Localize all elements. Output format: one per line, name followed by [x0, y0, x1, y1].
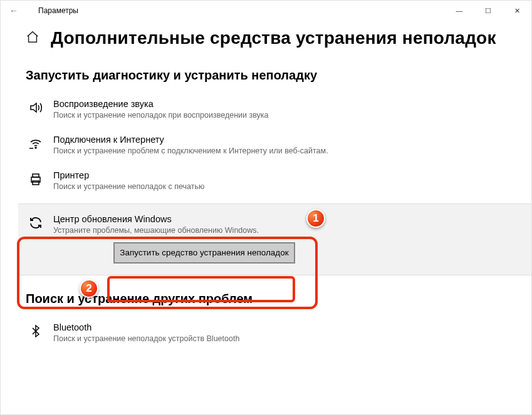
troubleshoot-item-audio[interactable]: Воспроизведение звука Поиск и устранение… — [26, 96, 506, 132]
bluetooth-icon — [26, 322, 46, 339]
item-desc: Поиск и устранение неполадок устройств B… — [53, 334, 239, 344]
item-desc: Поиск и устранение неполадок при воспрои… — [53, 110, 269, 121]
item-desc: Поиск и устранение проблем с подключение… — [53, 146, 328, 156]
app-title: Параметры — [38, 6, 78, 15]
item-title: Центр обновления Windows — [53, 214, 259, 224]
item-title: Принтер — [53, 170, 204, 180]
item-desc: Устраните проблемы, мешающие обновлению … — [53, 225, 259, 236]
back-arrow-icon[interactable]: ← — [9, 6, 27, 16]
close-button[interactable]: ✕ — [503, 1, 531, 21]
run-troubleshooter-button[interactable]: Запустить средство устранения неполадок — [113, 242, 295, 264]
svg-point-0 — [35, 147, 36, 148]
maximize-button[interactable]: ☐ — [474, 1, 503, 21]
troubleshoot-item-windows-update-selected: Центр обновления Windows Устраните пробл… — [18, 203, 532, 275]
page-title: Дополнительные средства устранения непол… — [51, 28, 496, 48]
section-title-diagnose: Запустить диагностику и устранить непола… — [26, 68, 506, 83]
home-icon[interactable] — [26, 30, 39, 47]
title-bar: ← Параметры — ☐ ✕ — [1, 1, 531, 21]
item-title: Bluetooth — [53, 322, 239, 332]
item-title: Воспроизведение звука — [53, 99, 269, 109]
item-title: Подключения к Интернету — [53, 135, 328, 145]
troubleshoot-item-windows-update[interactable]: Центр обновления Windows Устраните пробл… — [26, 212, 506, 242]
troubleshoot-item-printer[interactable]: Принтер Поиск и устранение неполадок с п… — [26, 168, 506, 203]
troubleshoot-item-bluetooth[interactable]: Bluetooth Поиск и устранение неполадок у… — [26, 320, 506, 356]
page-header: Дополнительные средства устранения непол… — [26, 28, 506, 48]
window-controls: — ☐ ✕ — [445, 1, 531, 21]
wifi-icon — [26, 135, 46, 151]
item-desc: Поиск и устранение неполадок с печатью — [53, 182, 204, 192]
troubleshoot-item-internet[interactable]: Подключения к Интернету Поиск и устранен… — [26, 132, 506, 168]
minimize-button[interactable]: — — [445, 1, 474, 21]
update-icon — [26, 214, 46, 230]
speaker-icon — [26, 99, 46, 115]
svg-rect-3 — [33, 181, 39, 185]
svg-rect-2 — [33, 174, 39, 177]
section-title-other: Поиск и устранение других проблем — [26, 292, 506, 306]
printer-icon — [26, 170, 46, 187]
